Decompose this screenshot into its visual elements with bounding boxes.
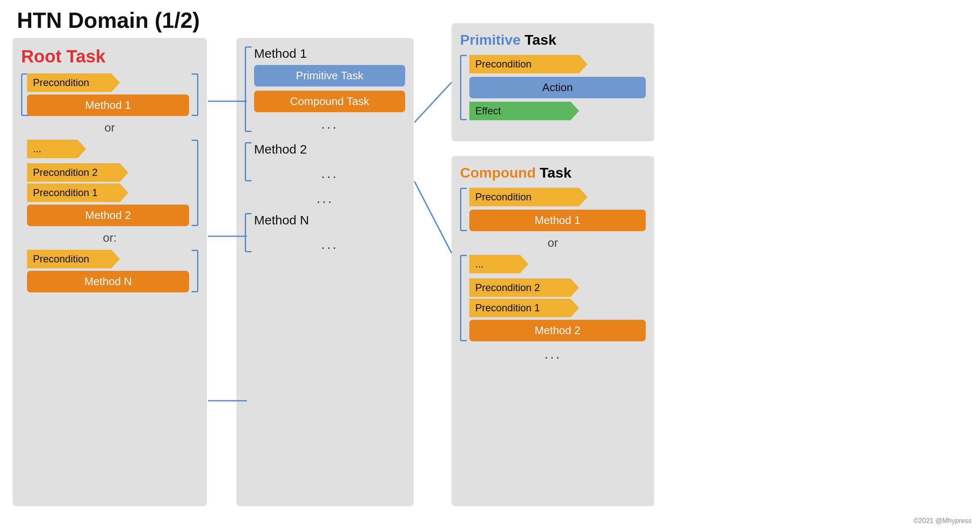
middle-compound-task: Compound Task [254, 91, 405, 112]
left-method2-box: Method 2 [27, 205, 189, 226]
right-top-panel: Primitive Task Precondition Action Effec… [452, 23, 654, 141]
method2-dots: ... [254, 165, 405, 181]
method1-dots: ... [254, 116, 405, 132]
middle-dots: ... [245, 190, 405, 206]
primitive-task-title: Primitive Task [460, 32, 646, 48]
left-dots: ... [27, 140, 86, 158]
rb-dots-bottom: ... [460, 345, 646, 362]
methodN-dots: ... [254, 236, 405, 252]
left-or2: or: [21, 231, 198, 245]
middle-panel: Method 1 Primitive Task Compound Task ..… [236, 38, 414, 506]
method2-label: Method 2 [254, 142, 405, 157]
rb-method2-box: Method 2 [469, 320, 646, 341]
rb-method1-box: Method 1 [469, 210, 646, 231]
methodN-label: Method N [254, 213, 405, 227]
left-precondition1: Precondition [27, 73, 120, 92]
compound-title-orange: Compound [460, 165, 536, 181]
left-method1-box: Method 1 [27, 94, 189, 116]
compound-title-rest: Task [536, 165, 571, 181]
left-or1: or [21, 121, 198, 135]
page-title: HTN Domain (1/2) [17, 8, 200, 33]
right-bottom-panel: Compound Task Precondition Method 1 or .… [452, 156, 654, 506]
middle-primitive-task: Primitive Task [254, 65, 405, 86]
left-preconditionN: Precondition [27, 250, 120, 268]
svg-line-3 [414, 82, 452, 122]
compound-task-title: Compound Task [460, 165, 646, 181]
rb-precondition2: Precondition 2 [469, 278, 579, 297]
root-task-title: Root Task [21, 46, 198, 67]
left-methodN-box: Method N [27, 271, 189, 292]
rb-or1: or [460, 236, 646, 250]
copyright: ©2021 @Mhypress [914, 517, 972, 525]
method1-label: Method 1 [254, 46, 405, 61]
primitive-title-blue: Primitive [460, 32, 521, 48]
left-precondition2: Precondition 2 [27, 163, 128, 182]
left-panel: Root Task Precondition Method 1 or ... P… [13, 38, 207, 506]
svg-line-4 [414, 181, 452, 253]
rb-precondition1: Precondition [469, 188, 587, 206]
rt-precondition: Precondition [469, 55, 587, 73]
left-group1: Precondition Method 1 [21, 73, 198, 116]
left-precondition1-g2: Precondition 1 [27, 184, 128, 202]
rt-effect: Effect [469, 102, 579, 120]
rb-precondition1-g2: Precondition 1 [469, 299, 579, 317]
primitive-title-rest: Task [521, 32, 556, 48]
rt-action: Action [469, 77, 646, 98]
rb-dots: ... [469, 255, 528, 273]
